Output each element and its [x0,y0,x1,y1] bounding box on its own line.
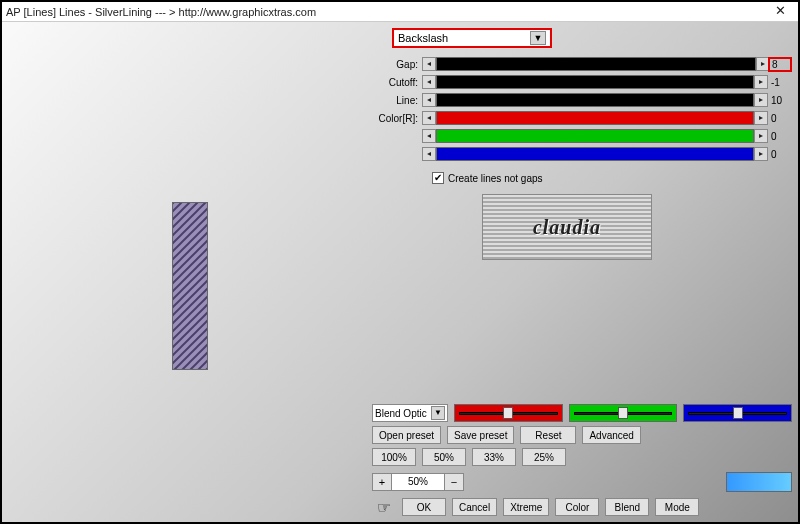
open-preset-button[interactable]: Open preset [372,426,441,444]
color-g-dec-button[interactable]: ◂ [422,129,436,143]
gap-dec-button[interactable]: ◂ [422,57,436,71]
chevron-down-icon: ▼ [431,406,445,420]
spacer [372,260,792,404]
color-b-row: ◂ ▸ 0 [372,146,792,162]
cutoff-label: Cutoff: [372,77,422,88]
blend-blue-slider[interactable] [683,404,792,422]
preview-swatch [172,202,208,370]
color-r-row: Color[R]: ◂ ▸ 0 [372,110,792,126]
chevron-down-icon: ▼ [530,31,546,45]
client-area: Backslash ▼ Gap: ◂ ▸ 8 Cutoff: ◂ ▸ [2,22,798,522]
zoom-minus-button[interactable]: − [444,473,464,491]
color-b-slider[interactable] [436,147,754,161]
slider-thumb[interactable] [503,407,513,419]
preview-pane [2,22,372,522]
color-g-slider[interactable] [436,129,754,143]
create-lines-label: Create lines not gaps [448,173,543,184]
blend-red-slider[interactable] [454,404,563,422]
gap-value: 8 [768,57,792,72]
svg-rect-1 [173,203,208,370]
mode-button[interactable]: Mode [655,498,699,516]
reset-button[interactable]: Reset [520,426,576,444]
blend-button[interactable]: Blend [605,498,649,516]
color-r-slider[interactable] [436,111,754,125]
line-dec-button[interactable]: ◂ [422,93,436,107]
color-button[interactable]: Color [555,498,599,516]
pointer-icon: ☞ [372,498,396,516]
save-preset-button[interactable]: Save preset [447,426,514,444]
color-b-inc-button[interactable]: ▸ [754,147,768,161]
zoom-plus-button[interactable]: + [372,473,392,491]
cutoff-value: -1 [768,77,792,88]
color-b-value: 0 [768,149,792,160]
zoom-100-button[interactable]: 100% [372,448,416,466]
cancel-button[interactable]: Cancel [452,498,497,516]
logo-text: claudia [533,216,601,239]
color-g-value: 0 [768,131,792,142]
cutoff-inc-button[interactable]: ▸ [754,75,768,89]
plugin-window: AP [Lines] Lines - SilverLining --- > ht… [0,0,800,524]
advanced-button[interactable]: Advanced [582,426,640,444]
cutoff-slider[interactable] [436,75,754,89]
controls-pane: Backslash ▼ Gap: ◂ ▸ 8 Cutoff: ◂ ▸ [372,22,798,522]
create-lines-checkbox-row: ✔ Create lines not gaps [432,172,792,184]
close-icon[interactable]: ✕ [766,4,794,20]
gap-row: Gap: ◂ ▸ 8 [372,56,792,72]
color-r-inc-button[interactable]: ▸ [754,111,768,125]
zoom-preset-row: 100% 50% 33% 25% [372,448,792,466]
slider-thumb[interactable] [618,407,628,419]
pattern-dropdown[interactable]: Backslash ▼ [392,28,552,48]
color-r-label: Color[R]: [372,113,422,124]
line-inc-button[interactable]: ▸ [754,93,768,107]
preset-button-row: Open preset Save preset Reset Advanced [372,426,792,444]
line-row: Line: ◂ ▸ 10 [372,92,792,108]
color-r-value: 0 [768,113,792,124]
zoom-33-button[interactable]: 33% [472,448,516,466]
pattern-dropdown-value: Backslash [398,32,448,44]
line-slider[interactable] [436,93,754,107]
zoom-value-field[interactable]: 50% [392,473,444,491]
line-value: 10 [768,95,792,106]
create-lines-checkbox[interactable]: ✔ [432,172,444,184]
cutoff-row: Cutoff: ◂ ▸ -1 [372,74,792,90]
color-g-inc-button[interactable]: ▸ [754,129,768,143]
color-b-dec-button[interactable]: ◂ [422,147,436,161]
cutoff-dec-button[interactable]: ◂ [422,75,436,89]
xtreme-button[interactable]: Xtreme [503,498,549,516]
window-title: AP [Lines] Lines - SilverLining --- > ht… [6,6,766,18]
blend-options-dropdown[interactable]: Blend Optic ▼ [372,404,448,422]
blend-row: Blend Optic ▼ [372,404,792,422]
bottom-button-row: ☞ OK Cancel Xtreme Color Blend Mode [372,498,792,516]
color-swatch[interactable] [726,472,792,492]
gap-slider[interactable] [436,57,756,71]
gap-label: Gap: [372,59,422,70]
color-g-row: ◂ ▸ 0 [372,128,792,144]
top-section: Backslash ▼ Gap: ◂ ▸ 8 Cutoff: ◂ ▸ [372,28,792,260]
titlebar: AP [Lines] Lines - SilverLining --- > ht… [2,2,798,22]
ok-button[interactable]: OK [402,498,446,516]
zoom-50-button[interactable]: 50% [422,448,466,466]
claudia-logo: claudia [482,194,652,260]
zoom-25-button[interactable]: 25% [522,448,566,466]
blend-options-label: Blend Optic [375,408,427,419]
slider-thumb[interactable] [733,407,743,419]
line-label: Line: [372,95,422,106]
color-r-dec-button[interactable]: ◂ [422,111,436,125]
blend-green-slider[interactable] [569,404,678,422]
zoom-row: + 50% − [372,472,792,492]
